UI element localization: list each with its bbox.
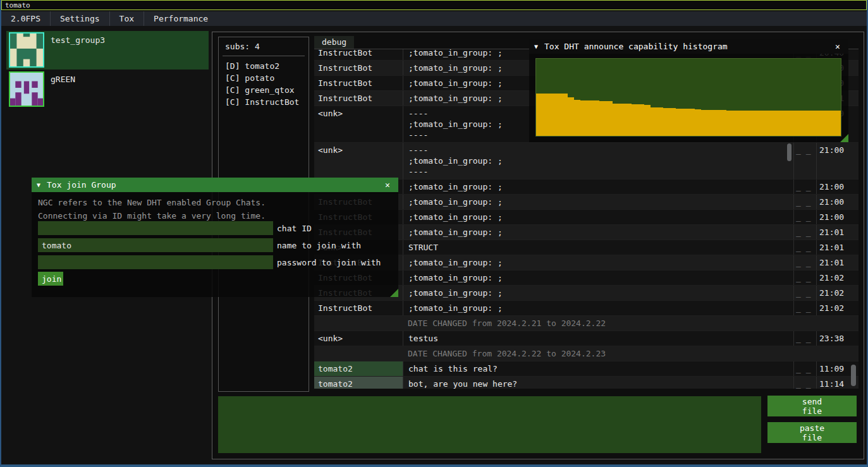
message-time: 11:09: [816, 361, 849, 376]
delivery-status: _ _: [793, 195, 816, 209]
histogram-bar: [657, 107, 663, 136]
chat-id-input[interactable]: [38, 221, 273, 235]
message-row[interactable]: InstructBot;tomato_in_group: ;_ _21:02: [314, 301, 859, 316]
delivery-status: _ _: [793, 331, 816, 346]
sender-name: tomato2: [314, 377, 403, 389]
close-icon[interactable]: ✕: [382, 179, 393, 190]
delivery-status: _ _: [793, 225, 816, 240]
group-name: test_group3: [51, 35, 105, 45]
tab-debug[interactable]: debug: [314, 36, 354, 49]
group-name: gREEN: [51, 74, 75, 85]
histogram-bar: [574, 100, 580, 136]
join-name-input[interactable]: [38, 238, 273, 252]
histogram-bar: [549, 94, 555, 136]
date-changed-text: DATE CHANGED from 2024.2.22 to 2024.2.23: [314, 346, 611, 361]
join-name-label: name to join with: [277, 240, 361, 251]
message-text: testus: [403, 331, 793, 346]
sub-member-potato[interactable]: [C] potato: [219, 72, 309, 84]
histogram-bar: [714, 110, 720, 136]
histogram-bar: [695, 109, 701, 136]
sender-name: InstructBot: [314, 301, 403, 315]
histogram-plot: [535, 58, 841, 136]
message-text: ----;tomato_in_group: ;----: [403, 143, 793, 179]
group-avatar-test_group3: [10, 33, 43, 66]
message-text: ;tomato_in_group: ;: [403, 255, 793, 270]
histogram-bar: [784, 111, 790, 136]
sidebar-item-test_group3[interactable]: test_group3: [6, 31, 209, 70]
histogram-bar: [613, 104, 619, 136]
menu-item-settings[interactable]: Settings: [50, 11, 109, 26]
join-button[interactable]: join: [38, 272, 63, 286]
sub-member-green_qtox[interactable]: [C] green_qtox: [219, 84, 309, 96]
message-row[interactable]: <unk>testus_ _23:38: [314, 331, 859, 346]
delivery-status: _ _: [793, 286, 816, 300]
app-titlebar[interactable]: tomato: [1, 0, 867, 10]
message-text: ;tomato_in_group: ;: [403, 270, 793, 285]
sub-member-tomato2[interactable]: [D] tomato2: [219, 60, 309, 72]
message-text: chat is this real?: [403, 361, 793, 376]
histogram-bar: [625, 104, 632, 136]
sender-name: <unk>: [314, 106, 403, 142]
message-text: ;tomato_in_group: ;: [403, 225, 793, 240]
resize-grip[interactable]: [390, 289, 398, 297]
sender-name: InstructBot: [314, 61, 403, 75]
histogram-bar: [790, 111, 797, 136]
message-row[interactable]: <unk>----;tomato_in_group: ;----_ _21:00: [314, 143, 859, 179]
menu-item-performance[interactable]: Performance: [144, 11, 217, 26]
histogram-bar: [797, 111, 803, 136]
histogram-bar: [803, 111, 809, 136]
join-password-input[interactable]: [38, 255, 273, 269]
inner-scrollbar-thumb[interactable]: [787, 143, 792, 161]
message-text: bot, are you new here?: [403, 377, 793, 389]
histogram-bar: [834, 111, 841, 136]
resize-grip[interactable]: [840, 134, 848, 142]
menu-bar: 2.0FPSSettingsToxPerformance: [1, 11, 867, 26]
chat-scrollbar-thumb[interactable]: [851, 365, 856, 386]
sender-name: InstructBot: [314, 49, 403, 60]
message-time: 11:14: [816, 377, 849, 389]
send-file-button[interactable]: send file: [767, 396, 857, 416]
histogram-bar: [816, 111, 822, 136]
date-changed-row: DATE CHANGED from 2024.2.21 to 2024.2.22: [314, 316, 859, 331]
sidebar-item-gREEN[interactable]: gREEN: [6, 70, 209, 109]
close-icon[interactable]: ✕: [832, 41, 843, 52]
message-input[interactable]: [218, 396, 761, 453]
sub-member-InstructBot[interactable]: [C] InstructBot: [219, 96, 309, 108]
message-text: ;tomato_in_group: ;: [403, 286, 793, 300]
collapse-icon[interactable]: ▼: [37, 179, 40, 190]
histogram-bar: [593, 100, 599, 136]
dht-histogram-titlebar[interactable]: ▼ Tox DHT announce capability histogram …: [529, 39, 848, 54]
message-row[interactable]: tomato2chat is this real?_ _11:09: [314, 361, 859, 377]
menu-item-tox[interactable]: Tox: [109, 11, 144, 26]
histogram-bar: [752, 111, 759, 136]
menu-item-2-0fps[interactable]: 2.0FPS: [1, 11, 50, 26]
histogram-bar: [828, 111, 834, 136]
histogram-bar: [644, 105, 651, 136]
subs-list: [D] tomato2[C] potato[C] green_qtox[C] I…: [219, 60, 309, 108]
message-time: 23:38: [816, 331, 849, 346]
group-avatar-gREEN: [10, 73, 43, 106]
paste-file-button[interactable]: paste file: [767, 422, 857, 443]
join-password-label: password to join with: [277, 257, 381, 268]
histogram-bar: [682, 109, 688, 136]
collapse-icon[interactable]: ▼: [534, 41, 538, 52]
sender-name: InstructBot: [314, 76, 403, 90]
histogram-bar: [720, 110, 726, 136]
join-group-titlebar[interactable]: ▼ Tox join Group ✕: [32, 178, 398, 192]
message-time: 21:00: [816, 143, 849, 179]
histogram-bar: [580, 100, 587, 136]
sender-name: tomato2: [314, 361, 403, 376]
sender-name: <unk>: [314, 331, 403, 346]
histogram-bar: [555, 94, 561, 136]
message-time: 21:02: [816, 301, 849, 315]
histogram-bar: [765, 111, 771, 136]
histogram-bar: [733, 111, 739, 136]
message-row[interactable]: tomato2bot, are you new here?_ _11:14: [314, 377, 859, 389]
histogram-bar: [740, 111, 746, 136]
message-time: 21:02: [816, 286, 849, 300]
message-text: ;tomato_in_group: ;: [403, 195, 793, 209]
message-text: ;tomato_in_group: ;: [403, 179, 793, 194]
histogram-bar: [568, 97, 574, 136]
histogram-bar: [632, 104, 638, 136]
app-title: tomato: [5, 1, 30, 9]
